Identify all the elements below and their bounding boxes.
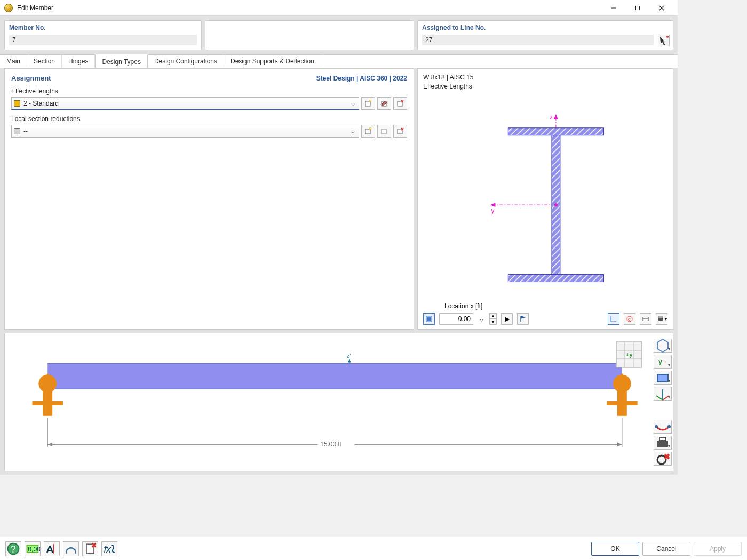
minimize-button[interactable] xyxy=(601,0,625,16)
svg-marker-23 xyxy=(490,203,495,207)
description-panel xyxy=(205,20,414,50)
effective-lengths-edit-button[interactable] xyxy=(377,97,391,110)
titlebar: Edit Member xyxy=(0,0,678,16)
color-swatch-icon xyxy=(14,128,20,134)
svg-marker-21 xyxy=(554,114,558,119)
effective-lengths-new-button[interactable] xyxy=(361,97,375,110)
beam-view-row: z' x xyxy=(0,333,678,475)
location-label: Location x [ft] xyxy=(444,302,667,310)
svg-marker-59 xyxy=(617,442,622,446)
tab-design-types[interactable]: Design Types xyxy=(95,54,148,68)
content-row: Assignment Steel Design | AISC 360 | 202… xyxy=(0,68,678,333)
local-section-reductions-value: -- xyxy=(23,127,349,135)
show-dims-button[interactable] xyxy=(640,313,651,325)
svg-rect-1 xyxy=(635,6,639,10)
svg-rect-67 xyxy=(657,374,668,382)
svg-rect-74 xyxy=(659,437,666,441)
color-swatch-icon xyxy=(14,100,20,107)
close-button[interactable] xyxy=(649,0,673,16)
svg-rect-38 xyxy=(659,316,662,318)
lsr-new-button[interactable] xyxy=(361,125,375,138)
svg-rect-14 xyxy=(382,129,386,134)
preview-subtitle: Effective Lengths xyxy=(423,82,667,91)
svg-marker-58 xyxy=(47,442,52,446)
app-icon xyxy=(4,4,13,12)
tab-main[interactable]: Main xyxy=(0,55,27,68)
effective-lengths-value: 2 - Standard xyxy=(23,100,349,107)
member-no-label: Member No. xyxy=(9,24,197,31)
svg-point-27 xyxy=(554,203,558,206)
view-cube[interactable]: +y xyxy=(614,340,644,371)
assignment-pane: Assignment Steel Design | AISC 360 | 202… xyxy=(4,68,414,330)
local-section-reductions-select[interactable]: -- ⌵ xyxy=(11,125,359,138)
chevron-down-icon: ⌵ xyxy=(349,127,356,135)
assigned-line-label: Assigned to Line No. xyxy=(422,24,669,31)
svg-rect-24 xyxy=(508,127,603,135)
svg-point-71 xyxy=(655,425,658,428)
svg-marker-40 xyxy=(348,359,351,363)
show-stress-button[interactable]: σ xyxy=(624,313,635,325)
tab-design-config[interactable]: Design Configurations xyxy=(148,55,224,68)
tab-strip: Main Section Hinges Design Types Design … xyxy=(0,54,678,68)
view-display-button[interactable]: ▾ xyxy=(654,371,672,385)
window-title: Edit Member xyxy=(17,4,601,12)
tab-section[interactable]: Section xyxy=(27,55,62,68)
lsr-delete-button[interactable] xyxy=(393,125,407,138)
header-panels: Member No. Assigned to Line No. xyxy=(0,16,678,54)
location-input[interactable] xyxy=(439,313,473,325)
member-no-panel: Member No. xyxy=(4,20,202,50)
pick-line-button[interactable] xyxy=(658,35,670,46)
beam-view[interactable]: z' x xyxy=(4,333,673,471)
effective-lengths-select[interactable]: 2 - Standard ⌵ xyxy=(11,97,359,110)
svg-point-13 xyxy=(369,127,371,130)
section-view-button[interactable] xyxy=(423,313,435,325)
tab-hinges[interactable]: Hinges xyxy=(62,55,95,68)
effective-lengths-delete-button[interactable] xyxy=(393,97,407,110)
beam-length-label: 15.00 ft xyxy=(320,441,341,448)
location-dropdown-button[interactable]: ⌵ xyxy=(478,313,485,325)
svg-rect-37 xyxy=(658,318,663,321)
axis-y-label: y xyxy=(491,207,494,214)
view-print-button[interactable]: ▾ xyxy=(654,436,672,450)
maximize-button[interactable] xyxy=(625,0,649,16)
location-next-button[interactable]: ▶ xyxy=(501,313,513,325)
show-axes-button[interactable] xyxy=(608,313,619,325)
location-step-down[interactable]: ▼ xyxy=(489,319,497,325)
svg-rect-29 xyxy=(427,317,431,321)
member-no-input[interactable] xyxy=(9,35,197,45)
view-tools-bottom: ▾ xyxy=(654,420,672,466)
svg-rect-6 xyxy=(365,101,370,106)
effective-lengths-label: Effective lengths xyxy=(11,87,407,95)
print-preview-button[interactable]: ▾ xyxy=(656,313,667,325)
svg-rect-12 xyxy=(365,129,370,134)
svg-point-75 xyxy=(657,455,666,464)
view-axis-y-button[interactable]: y→▾ xyxy=(654,355,672,369)
axis-z-label: z xyxy=(550,113,553,121)
svg-rect-44 xyxy=(47,364,622,389)
svg-rect-49 xyxy=(32,401,63,405)
svg-line-70 xyxy=(656,396,663,400)
tab-design-supports[interactable]: Design Supports & Deflection xyxy=(224,55,321,68)
location-flag-button[interactable] xyxy=(517,313,529,325)
axis-z-prime: z' xyxy=(347,353,351,359)
view-deform-button[interactable] xyxy=(654,420,672,434)
assigned-line-input[interactable] xyxy=(422,35,654,45)
assigned-line-panel: Assigned to Line No. xyxy=(417,20,673,50)
location-step-up[interactable]: ▲ xyxy=(489,313,497,319)
view-ucs-button[interactable]: ▾ xyxy=(654,387,672,401)
svg-rect-53 xyxy=(607,401,638,405)
location-controls: ⌵ ▲ ▼ ▶ σ ▾ xyxy=(423,313,667,325)
local-section-reductions-label: Local section reductions xyxy=(11,115,407,123)
design-code-link[interactable]: Steel Design | AISC 360 | 2022 xyxy=(316,75,407,82)
lsr-edit-button[interactable] xyxy=(377,125,391,138)
svg-rect-25 xyxy=(508,274,603,282)
svg-text:σ: σ xyxy=(628,317,631,322)
svg-point-7 xyxy=(369,100,371,102)
preview-pane: W 8x18 | AISC 15 Effective Lengths z y xyxy=(417,68,673,330)
view-reset-button[interactable] xyxy=(654,452,672,466)
view-tools-top: ▾ y→▾ ▾ ▾ xyxy=(654,339,672,401)
chevron-down-icon: ⌵ xyxy=(349,100,356,107)
svg-text:+y: +y xyxy=(626,351,633,358)
cross-section-preview: z y xyxy=(423,94,667,299)
view-iso-button[interactable]: ▾ xyxy=(654,339,672,353)
